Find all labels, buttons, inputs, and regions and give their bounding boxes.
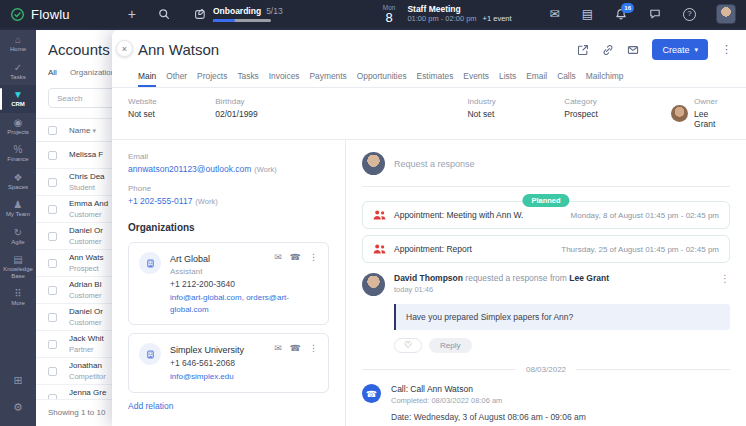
phone-field: Phone +1 202-555-0117(Work) <box>128 184 329 206</box>
row-checkbox[interactable] <box>48 286 57 295</box>
appointment-card[interactable]: Appointment: Report Thursday, 25 of Augu… <box>362 235 730 263</box>
row-checkbox[interactable] <box>48 205 57 214</box>
row-checkbox[interactable] <box>48 178 57 187</box>
contact-info-column: Email annwatson201123@outlook.com(Work) … <box>112 140 345 426</box>
sidebar-item[interactable]: ♟ My Team <box>0 195 36 223</box>
response-composer[interactable]: Request a response <box>362 152 730 187</box>
user-avatar[interactable] <box>716 4 736 24</box>
create-button[interactable]: Create ▾ <box>652 39 708 60</box>
onboarding-label: Onboarding <box>213 6 261 16</box>
copy-link-icon[interactable] <box>602 44 614 56</box>
record-tab[interactable]: Main <box>138 67 156 87</box>
sidebar-item[interactable]: ◉ Projects <box>0 113 36 141</box>
row-checkbox[interactable] <box>48 340 57 349</box>
row-checkbox[interactable] <box>48 367 57 376</box>
row-checkbox[interactable] <box>48 259 57 268</box>
request-more-icon[interactable]: ⋮ <box>720 273 730 296</box>
call-org-icon[interactable]: ☎ <box>290 252 301 262</box>
reply-button[interactable]: Reply <box>429 338 471 353</box>
record-tab[interactable]: Mailchimp <box>586 67 624 87</box>
phone-link[interactable]: +1 202-555-0117 <box>128 196 192 206</box>
record-tab[interactable]: Other <box>166 67 187 87</box>
record-tab[interactable]: Lists <box>499 67 516 87</box>
accounts-tab[interactable]: All <box>48 68 57 77</box>
row-checkbox[interactable] <box>48 232 57 241</box>
sidebar-item[interactable]: ↻ Agile <box>0 223 36 251</box>
heart-icon: ♡ <box>404 340 412 350</box>
notes-icon[interactable]: ▤ <box>582 8 593 20</box>
record-tab[interactable]: Invoices <box>269 67 300 87</box>
like-button[interactable]: ♡ <box>394 338 422 353</box>
attendees-icon <box>373 244 386 254</box>
email-link[interactable]: annwatson201123@outlook.com <box>128 164 251 174</box>
email-org-icon[interactable]: ✉ <box>274 252 282 262</box>
sidebar-item[interactable]: % Finance <box>0 140 36 168</box>
search-icon[interactable] <box>158 8 170 20</box>
sidebar-item[interactable]: ⠿ More <box>0 284 36 312</box>
calendar-event[interactable]: Staff Meeting 01:00 pm - 02:00 pm+1 even… <box>407 4 511 24</box>
request-message: Have you prepared Simplex papers for Ann… <box>394 304 730 330</box>
field-owner[interactable]: Owner Lee Grant <box>671 97 730 129</box>
brand-name: Flowlu <box>31 7 70 22</box>
topbar: Flowlu + Onboarding 5/13 Mon 8 <box>0 0 746 30</box>
name-column-header[interactable]: Name ▾ <box>69 126 96 135</box>
record-tab[interactable]: Email <box>526 67 547 87</box>
extra-events[interactable]: +1 event <box>483 14 512 23</box>
onboarding-progress <box>213 19 271 22</box>
record-fields: Website Not set Birthday 02/01/1999 Indu… <box>112 88 746 140</box>
request-author[interactable]: David Thompson <box>394 273 463 283</box>
help-icon[interactable]: ? <box>683 8 696 21</box>
sidebar-item[interactable]: ▼ CRM <box>0 85 36 113</box>
email-field: Email annwatson201123@outlook.com(Work) <box>128 152 329 174</box>
record-tab[interactable]: Opportunities <box>357 67 407 87</box>
activity-column: Request a response Planned Appointment: … <box>345 140 746 426</box>
add-icon[interactable]: + <box>128 7 136 21</box>
sidebar-item[interactable]: ❖ Spaces <box>0 168 36 196</box>
call-org-icon[interactable]: ☎ <box>290 343 301 353</box>
sidebar-item[interactable]: ✓ Tasks <box>0 58 36 86</box>
contact-record-panel: × Ann Watson Create ▾ ⋮ Main <box>112 30 746 426</box>
record-tabs: Main Other Projects Tasks Invoices Payme… <box>112 65 746 88</box>
composer-avatar <box>362 152 385 175</box>
record-tab[interactable]: Payments <box>310 67 347 87</box>
send-email-icon[interactable] <box>627 44 639 56</box>
field-category: Category Prospect <box>564 97 671 119</box>
org-more-icon[interactable]: ⋮ <box>309 252 318 262</box>
chat-icon[interactable] <box>649 8 661 20</box>
org-more-icon[interactable]: ⋮ <box>309 343 318 353</box>
onboarding-widget[interactable]: Onboarding 5/13 <box>194 6 283 22</box>
record-tab[interactable]: Estimates <box>417 67 454 87</box>
building-icon <box>139 252 161 274</box>
open-external-icon[interactable] <box>577 44 589 56</box>
row-checkbox[interactable] <box>48 151 57 160</box>
organization-card[interactable]: Simplex University ✉ ☎ ⋮ +1 646-561-2068… <box>128 333 329 393</box>
organizations-heading: Organizations <box>128 222 329 233</box>
call-icon: ☎ <box>362 384 381 403</box>
appointment-cards: Appointment: Meeting with Ann W. Monday,… <box>362 201 730 263</box>
onboarding-count: 5/13 <box>266 6 283 16</box>
more-actions-icon[interactable]: ⋮ <box>721 43 732 56</box>
notifications-bell-icon[interactable]: 16 <box>615 8 627 20</box>
select-all-checkbox[interactable] <box>48 126 57 135</box>
apps-icon[interactable]: ⊞ <box>13 374 22 387</box>
sidebar-item[interactable]: ▤ Knowledge Base <box>0 250 36 284</box>
email-org-icon[interactable]: ✉ <box>274 343 282 353</box>
mail-icon[interactable]: ✉ <box>550 8 560 20</box>
request-target[interactable]: Lee Grant <box>569 273 609 283</box>
row-checkbox[interactable] <box>48 313 57 322</box>
calendar-date[interactable]: Mon 8 <box>383 4 396 25</box>
settings-gear-icon[interactable]: ⚙ <box>13 401 23 414</box>
record-tab[interactable]: Projects <box>197 67 227 87</box>
call-date: Date: Wednesday, 3 of August 08:06 am - … <box>391 412 730 422</box>
record-tab[interactable]: Events <box>463 67 489 87</box>
close-record-button[interactable]: × <box>116 40 133 57</box>
add-relation-link[interactable]: Add relation <box>128 401 329 411</box>
composer-placeholder: Request a response <box>394 159 475 169</box>
organization-card[interactable]: Art Global ✉ ☎ ⋮ Assistant +1 212-200-36… <box>128 242 329 325</box>
call-log-item[interactable]: ☎ Call: Call Ann Watson Completed: 08/03… <box>362 384 730 405</box>
sidebar-item[interactable]: ⌂ Home <box>0 30 36 58</box>
record-tab[interactable]: Tasks <box>237 67 258 87</box>
record-tab[interactable]: Calls <box>557 67 576 87</box>
organization-cards: Art Global ✉ ☎ ⋮ Assistant +1 212-200-36… <box>128 242 329 393</box>
brand[interactable]: Flowlu <box>10 7 70 22</box>
